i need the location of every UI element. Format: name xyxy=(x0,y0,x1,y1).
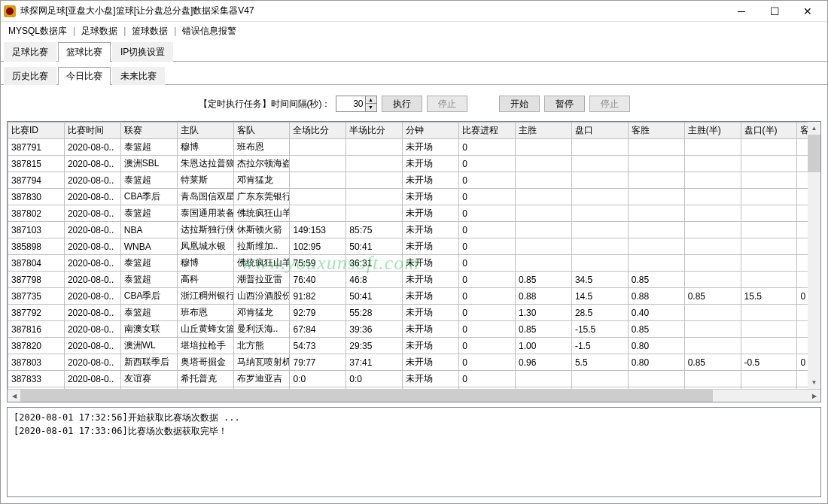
menu-mysql[interactable]: MYSQL数据库 xyxy=(5,23,70,39)
cell: WNBA xyxy=(120,238,177,255)
cell: 91:82 xyxy=(290,288,346,305)
table-row[interactable]: 3878332020-08-0..友谊赛希托普克布罗迪亚吉0:00:0未开场0 xyxy=(8,371,820,387)
table-row[interactable]: 3858982020-08-0..WNBA凤凰城水银拉斯维加..102:9550… xyxy=(8,238,820,255)
table-row[interactable]: 3878152020-08-0..澳洲SBL朱恩达拉普狼杰拉尔顿海盗未开场0 xyxy=(8,156,820,172)
cell: 0.85 xyxy=(628,272,684,288)
table-row[interactable]: 3878202020-08-0..澳洲WL堪培拉枪手北方熊54:7329:35未… xyxy=(8,338,820,354)
menu-error[interactable]: 错误信息报警 xyxy=(179,23,239,39)
cell: 75:59 xyxy=(290,255,346,272)
cell: 2020-08-0.. xyxy=(64,338,120,354)
column-header[interactable]: 联赛 xyxy=(120,123,177,139)
cell: 85:75 xyxy=(346,222,403,238)
cell: 北方熊 xyxy=(233,338,290,354)
cell: 0.88 xyxy=(516,288,572,305)
column-header[interactable]: 主胜(半) xyxy=(684,123,741,139)
cell xyxy=(741,321,797,338)
cell: 未开场 xyxy=(403,189,459,205)
cell: 0 xyxy=(459,272,516,288)
subtab-today[interactable]: 今日比赛 xyxy=(58,67,111,85)
table-row[interactable]: 3878022020-08-0..泰篮超泰国通用装备佛统疯狂山羊未开场0 xyxy=(8,205,820,222)
cell xyxy=(346,189,403,205)
tab-ip[interactable]: IP切换设置 xyxy=(112,42,173,62)
table-row[interactable]: 3878302020-08-0..CBA季后青岛国信双星广东东莞银行未开场0 xyxy=(8,189,820,205)
log-line: [2020-08-01 17:33:06]比赛场次数据获取完毕！ xyxy=(14,424,814,438)
menu-basketball[interactable]: 篮球数据 xyxy=(129,23,171,39)
cell: 休斯顿火箭 xyxy=(233,222,290,238)
cell: 387816 xyxy=(8,321,65,338)
interval-input[interactable] xyxy=(336,96,365,111)
column-header[interactable]: 客队 xyxy=(233,123,290,139)
cell xyxy=(741,371,797,387)
start-button[interactable]: 开始 xyxy=(499,96,540,112)
table-row[interactable]: 3877942020-08-0..泰篮超特莱斯邓肯猛龙未开场0 xyxy=(8,172,820,189)
interval-spinner[interactable]: ▲ ▼ xyxy=(336,96,377,112)
cell: 泰篮超 xyxy=(120,172,177,189)
table-row[interactable]: 3877912020-08-0..泰篮超穆博班布恩未开场0 xyxy=(8,139,820,156)
cell xyxy=(741,205,797,222)
column-header[interactable]: 盘口 xyxy=(571,123,628,139)
menubar: MYSQL数据库| 足球数据| 篮球数据| 错误信息报警 xyxy=(1,22,827,40)
cell xyxy=(571,172,628,189)
spinner-down[interactable]: ▼ xyxy=(366,104,376,111)
cell: 14.5 xyxy=(571,288,628,305)
cell xyxy=(516,205,572,222)
cell: 马纳瓦喷射机 xyxy=(233,354,290,371)
column-header[interactable]: 比赛进程 xyxy=(459,123,516,139)
cell: -15.5 xyxy=(571,321,628,338)
column-header[interactable]: 比赛ID xyxy=(8,123,65,139)
cell: 穆博 xyxy=(177,139,233,156)
cell: 达拉斯独行侠 xyxy=(177,222,233,238)
cell: 未开场 xyxy=(403,222,459,238)
scroll-up-icon[interactable]: ▲ xyxy=(808,122,820,135)
spinner-up[interactable]: ▲ xyxy=(366,96,376,104)
column-header[interactable]: 主胜 xyxy=(516,123,572,139)
column-header[interactable]: 主队 xyxy=(177,123,233,139)
horizontal-scrollbar[interactable]: ◀ ▶ xyxy=(8,389,820,402)
column-header[interactable]: 全场比分 xyxy=(290,123,346,139)
cell xyxy=(741,222,797,238)
scroll-down-icon[interactable]: ▼ xyxy=(808,376,820,389)
table-row[interactable]: 3878032020-08-0..新西联季后奥塔哥掘金马纳瓦喷射机79:7737… xyxy=(8,354,820,371)
column-header[interactable]: 客胜 xyxy=(628,123,684,139)
cell: NBA xyxy=(120,222,177,238)
subtab-future[interactable]: 未来比赛 xyxy=(112,67,165,85)
column-header[interactable]: 分钟 xyxy=(403,123,459,139)
cell: CBA季后 xyxy=(120,189,177,205)
cell: 0.85 xyxy=(516,321,572,338)
tab-football[interactable]: 足球比赛 xyxy=(4,42,56,62)
cell: 邓肯猛龙 xyxy=(233,172,290,189)
cell: 0 xyxy=(459,172,516,189)
cell xyxy=(516,189,572,205)
scroll-right-icon[interactable]: ▶ xyxy=(808,390,820,402)
cell: 未开场 xyxy=(403,305,459,321)
table-row[interactable]: 3878042020-08-0..泰篮超穆博佛统疯狂山羊75:5936:31未开… xyxy=(8,255,820,272)
cell: 班布恩 xyxy=(233,139,290,156)
pause-button[interactable]: 暂停 xyxy=(544,96,585,112)
tab-basketball[interactable]: 篮球比赛 xyxy=(58,42,111,62)
minimize-button[interactable]: ─ xyxy=(725,1,758,22)
close-button[interactable]: ✕ xyxy=(791,1,824,22)
cell xyxy=(684,338,741,354)
main-tabs: 足球比赛 篮球比赛 IP切换设置 xyxy=(1,41,827,62)
cell: 佛统疯狂山羊 xyxy=(233,205,290,222)
cell: 387103 xyxy=(8,222,65,238)
menu-football[interactable]: 足球数据 xyxy=(78,23,120,39)
column-header[interactable]: 比赛时间 xyxy=(64,123,120,139)
table-row[interactable]: 3877922020-08-0..泰篮超班布恩邓肯猛龙92:7955:28未开场… xyxy=(8,305,820,321)
table-row[interactable]: 3877982020-08-0..泰篮超高科潮普拉亚雷76:4046:8未开场0… xyxy=(8,272,820,288)
column-header[interactable]: 盘口(半) xyxy=(741,123,797,139)
cell: 79:77 xyxy=(290,354,346,371)
cell: 2020-08-0.. xyxy=(64,272,120,288)
table-row[interactable]: 3877352020-08-0..CBA季后浙江稠州银行山西汾酒股份91:825… xyxy=(8,288,820,305)
execute-button[interactable]: 执行 xyxy=(382,96,422,112)
table-row[interactable]: 3878162020-08-0..南澳女联山丘黄蜂女篮曼利沃海..67:8439… xyxy=(8,321,820,338)
cell: 0.85 xyxy=(516,272,572,288)
cell: 2020-08-0.. xyxy=(64,288,120,305)
maximize-button[interactable]: ☐ xyxy=(758,1,791,22)
subtab-history[interactable]: 历史比赛 xyxy=(4,67,56,85)
table-row[interactable]: 3871032020-08-0..NBA达拉斯独行侠休斯顿火箭149:15385… xyxy=(8,222,820,238)
scroll-left-icon[interactable]: ◀ xyxy=(8,390,20,402)
vertical-scrollbar[interactable]: ▲ ▼ xyxy=(808,122,820,389)
log-output: [2020-08-01 17:32:56]开始获取比赛场次数据 ...[2020… xyxy=(7,407,821,497)
column-header[interactable]: 半场比分 xyxy=(346,123,403,139)
